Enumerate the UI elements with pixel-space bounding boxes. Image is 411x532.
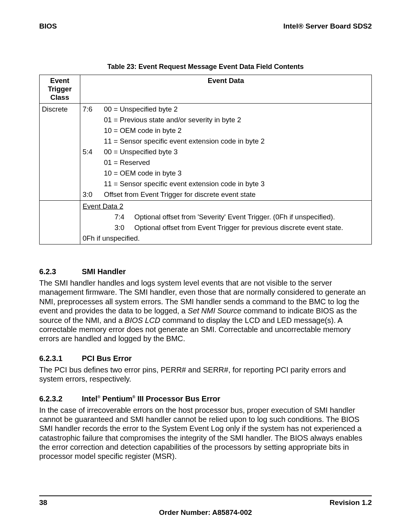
section-title: Intel® Pentium® III Processor Bus Error [82, 395, 220, 403]
bits-label: 5:4 [83, 148, 104, 156]
section-heading-6231: 6.2.3.1 PCI Bus Error [39, 354, 372, 363]
bit-desc: Optional offset from 'Severity' Event Tr… [134, 213, 369, 221]
bit-desc: 00 = Unspecified byte 2 [104, 105, 369, 113]
section-heading-6232: 6.2.3.2 Intel® Pentium® III Processor Bu… [39, 395, 372, 403]
section-number: 6.2.3 [39, 267, 82, 276]
header-left: BIOS [39, 22, 57, 30]
section-title: SMI Handler [82, 267, 126, 276]
order-number: Order Number: A85874-002 [39, 508, 372, 517]
bits-label: 7:6 [83, 105, 104, 113]
bit-desc: 11 = Sensor specific event extension cod… [104, 180, 369, 188]
bit-desc: 01 = Previous state and/or severity in b… [104, 116, 369, 124]
page-header: BIOS Intel® Server Board SDS2 [39, 22, 372, 30]
page: BIOS Intel® Server Board SDS2 Table 23: … [0, 0, 411, 532]
footer-rule [39, 495, 372, 496]
bits-label: 3:0 [115, 224, 134, 232]
td-event-data-2: Event Data 2 7:4Optional offset from 'Se… [80, 201, 372, 244]
section-body: In the case of irrecoverable errors on t… [39, 406, 372, 461]
td-trigger-class: Discrete [40, 104, 80, 201]
section-title: PCI Bus Error [82, 354, 132, 363]
bit-desc: 0Fh if unspecified. [83, 234, 369, 243]
section-number: 6.2.3.2 [39, 395, 82, 403]
revision-label: Revision 1.2 [330, 498, 372, 507]
bit-desc: 10 = OEM code in byte 3 [104, 169, 369, 177]
event-data-table: Event Trigger Class Event Data Discrete … [39, 75, 372, 244]
page-footer: 38 Revision 1.2 Order Number: A85874-002 [39, 495, 372, 517]
bits-label: 3:0 [83, 190, 104, 199]
page-number: 38 [39, 498, 47, 507]
table-caption: Table 23: Event Request Message Event Da… [39, 63, 372, 71]
bit-desc: Offset from Event Trigger for discrete e… [104, 190, 369, 199]
section-body: The PCI bus defines two error pins, PERR… [39, 365, 372, 384]
th-event-data: Event Data [80, 75, 372, 104]
header-right: Intel® Server Board SDS2 [283, 22, 372, 30]
event-data-2-title: Event Data 2 [83, 202, 369, 211]
bit-desc: 00 = Unspecified byte 3 [104, 148, 369, 156]
bit-desc: 10 = OEM code in byte 2 [104, 126, 369, 135]
section-number: 6.2.3.1 [39, 354, 82, 363]
th-trigger-class: Event Trigger Class [40, 75, 80, 104]
bit-desc: Optional offset from Event Trigger for p… [134, 224, 369, 232]
bit-desc: 11 = Sensor specific event extension cod… [104, 137, 369, 145]
td-empty [40, 201, 80, 244]
td-event-data-1: 7:600 = Unspecified byte 2 01 = Previous… [80, 104, 372, 201]
bit-desc: 01 = Reserved [104, 158, 369, 167]
section-heading-623: 6.2.3 SMI Handler [39, 267, 372, 276]
bits-label: 7:4 [115, 213, 134, 221]
section-body: The SMI handler handles and logs system … [39, 278, 372, 343]
